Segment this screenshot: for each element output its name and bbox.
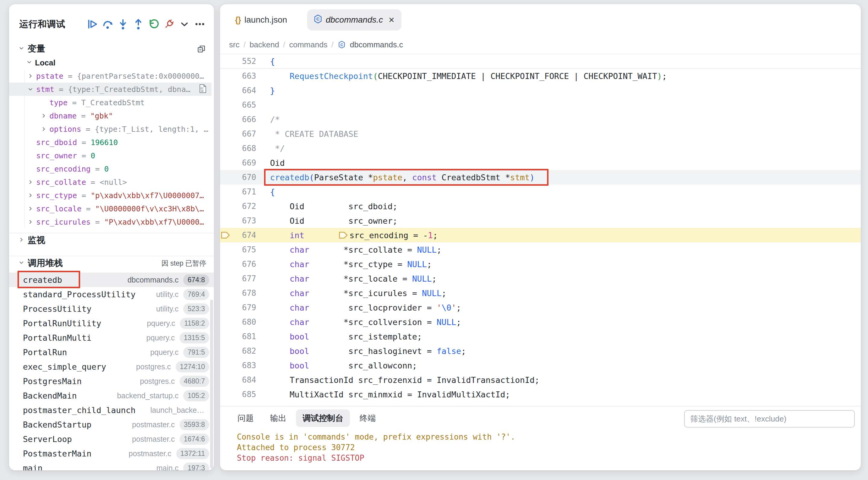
chevron-down-icon[interactable] [26,59,33,67]
code-line-667[interactable]: 667 * CREATE DATABASE [220,127,861,141]
line-number[interactable]: 663 [231,71,256,81]
stack-frame-createdb[interactable]: createdbdbcommands.c674:8 [9,273,214,287]
line-number[interactable]: 679 [231,303,256,312]
code-line-679[interactable]: 679 char src_locprovider = '\0'; [220,300,861,315]
variable-row-stmt[interactable]: stmt = {type:T_CreatedbStmt, dbna…0110 [9,83,212,96]
close-icon[interactable]: ✕ [389,16,395,24]
code-line-664[interactable]: 664} [220,83,861,98]
code-line-681[interactable]: 681 bool src_istemplate; [220,329,861,344]
line-number[interactable]: 684 [231,376,256,384]
line-number[interactable]: 667 [231,129,256,139]
variable-row-pstate[interactable]: pstate = {parentParseState:0x0000000… [9,69,214,83]
line-number[interactable]: 680 [231,318,256,327]
variable-row-src_collate[interactable]: src_collate = <null> [9,176,214,189]
code-line-683[interactable]: 683 bool src_allowconn; [220,358,861,373]
watch-section-header[interactable]: 监视 [9,233,214,247]
line-number[interactable]: 672 [231,202,256,211]
chevron-right-icon[interactable] [27,218,36,225]
stack-frame-PostmasterMain[interactable]: PostmasterMainpostmaster.c1372:11 [9,446,214,461]
step-over-icon[interactable] [101,18,114,30]
line-number[interactable]: 682 [231,347,256,356]
line-number[interactable]: 685 [231,390,256,399]
code-line-668[interactable]: 668 */ [220,141,861,156]
stack-frame-PortalRunMulti[interactable]: PortalRunMultipquery.c1315:5 [9,330,214,345]
stack-frame-standard_ProcessUtility[interactable]: standard_ProcessUtilityutility.c769:4 [9,287,214,301]
variable-row-src_locale[interactable]: src_locale = "\U0000000f\v\xc3H\x8b\… [9,202,214,215]
console-filter-input[interactable] [684,410,855,427]
line-number[interactable]: 677 [231,274,256,283]
code-line-552[interactable]: 552{ [220,54,861,69]
stack-frame-exec_simple_query[interactable]: exec_simple_querypostgres.c1274:10 [9,359,214,374]
code-line-669[interactable]: 669Oid [220,156,861,170]
chevron-right-icon[interactable] [27,192,36,199]
variable-row-src_dboid[interactable]: src_dboid = 196610 [9,136,214,149]
stack-frame-PortalRunUtility[interactable]: PortalRunUtilitypquery.c1158:2 [9,316,214,330]
code-line-675[interactable]: 675 char *src_collate = NULL; [220,242,861,257]
tab-launch.json[interactable]: {}launch.json [228,9,294,30]
code-line-678[interactable]: 678 char *src_icurules = NULL; [220,286,861,300]
stack-frame-BackendStartup[interactable]: BackendStartuppostmaster.c3593:8 [9,417,214,432]
variable-row-type[interactable]: type = T_CreatedbStmt [9,96,214,109]
chevron-right-icon[interactable] [18,236,25,244]
line-number[interactable]: 665 [231,100,256,110]
variable-row-src_icurules[interactable]: src_icurules = "P\xadv\xbb\xf7\U0000… [9,215,214,229]
code-line-685[interactable]: 685 MultiXactId src_minmxid = InvalidMul… [220,387,861,401]
chevron-right-icon[interactable] [27,205,36,212]
breadcrumb-item-backend[interactable]: backend [250,40,279,50]
panel-tab-终端[interactable]: 终端 [353,410,382,427]
breadcrumb-item-dbcommands.c[interactable]: dbcommands.c [350,40,403,50]
variable-row-src_encoding[interactable]: src_encoding = 0 [9,162,214,176]
line-number[interactable]: 669 [231,158,256,167]
stack-frame-main[interactable]: mainmain.c197:3 [9,461,214,470]
line-number[interactable]: 678 [231,289,256,298]
restart-icon[interactable] [147,18,160,30]
chevron-down-icon[interactable] [18,45,25,53]
code-line-670[interactable]: 670createdb(ParseState *pstate, const Cr… [220,170,861,184]
disconnect-icon[interactable] [163,18,176,30]
line-number[interactable]: 673 [231,216,256,225]
more-actions-icon[interactable] [193,18,206,30]
chevron-right-icon[interactable] [27,73,36,79]
line-number[interactable]: 683 [231,361,256,370]
code-line-663[interactable]: 663 RequestCheckpoint(CHECKPOINT_IMMEDIA… [220,69,861,83]
chevron-right-icon[interactable] [40,126,50,132]
chevron-down-icon[interactable] [178,18,191,30]
current-line-icon[interactable] [220,231,231,239]
code-line-674[interactable]: 674 int src_encoding = -1; [220,228,861,242]
code-line-684[interactable]: 684 TransactionId src_frozenxid = Invali… [220,373,861,387]
sidebar-scrollbar[interactable] [210,300,213,469]
binary-file-icon[interactable]: 0110 [199,84,207,95]
line-number[interactable]: 668 [231,144,256,153]
line-number[interactable]: 670 [231,173,256,182]
panel-tab-问题[interactable]: 问题 [231,410,260,427]
breadcrumb-item-commands[interactable]: commands [289,40,327,50]
chevron-down-icon[interactable] [27,86,36,93]
code-line-680[interactable]: 680 char *src_collversion = NULL; [220,315,861,329]
chevron-right-icon[interactable] [27,179,36,185]
variable-row-src_ctype[interactable]: src_ctype = "p\xadv\xbb\xf7\U0000007… [9,189,214,202]
line-number[interactable]: 681 [231,332,256,341]
line-number[interactable]: 664 [231,86,256,95]
code-line-672[interactable]: 672 Oid src_dboid; [220,199,861,213]
stack-frame-BackendMain[interactable]: BackendMainbackend_startup.c105:2 [9,388,214,403]
line-number[interactable]: 676 [231,260,256,269]
code-line-665[interactable]: 665 [220,98,861,112]
panel-tab-调试控制台[interactable]: 调试控制台 [296,410,350,427]
tab-dbcommands.c[interactable]: Cdbcommands.c✕ [307,9,401,30]
variables-section-header[interactable]: 变量 [9,41,214,56]
continue-icon[interactable] [86,18,98,30]
step-into-icon[interactable] [117,18,129,30]
line-number[interactable]: 666 [231,115,256,124]
line-number[interactable]: 552 [231,57,256,66]
code-line-666[interactable]: 666/* [220,112,861,127]
scope-local[interactable]: Local [9,56,214,69]
stack-frame-ServerLoop[interactable]: ServerLooppostmaster.c1674:6 [9,432,214,446]
panel-tab-输出[interactable]: 输出 [264,410,293,427]
step-out-icon[interactable] [132,18,145,30]
line-number[interactable]: 674 [231,231,256,240]
collapse-all-icon[interactable] [196,44,206,54]
variable-row-dbname[interactable]: dbname = "gbk" [9,109,214,122]
stack-frame-postmaster_child_launch[interactable]: postmaster_child_launchlaunch_backe… [9,403,214,417]
variable-row-options[interactable]: options = {type:T_List, length:1, … [9,122,214,136]
code-line-682[interactable]: 682 bool src_hasloginevt = false; [220,344,861,358]
